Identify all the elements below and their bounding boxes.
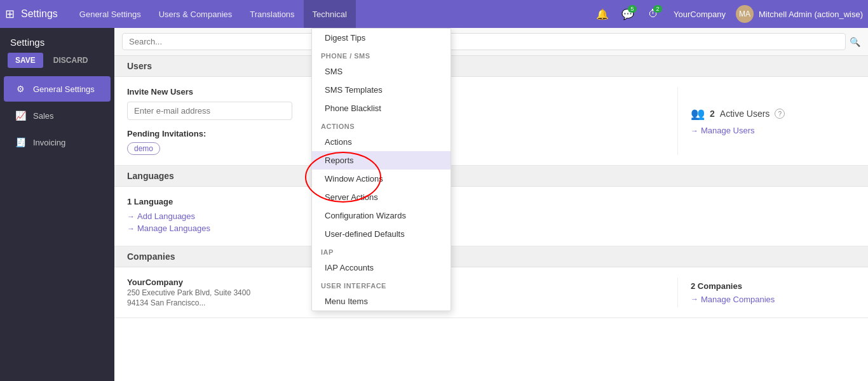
users-icon: 👥 [691,107,705,121]
dropdown-item-phone-blacklist[interactable]: Phone Blacklist [312,99,451,117]
manage-companies-label: Manage Companies [701,295,775,304]
arrow-icon: → [127,212,135,221]
languages-section-content: 1 Language → Add Languages → Manage Lang… [114,187,868,246]
content-body: Users Invite New Users Pending Invitatio… [114,56,868,318]
sidebar-item-label: Sales [33,111,54,121]
sidebar: Settings SAVE DISCARD ⚙ General Settings… [0,28,114,381]
languages-section-left: 1 Language → Add Languages → Manage Lang… [127,197,855,236]
arrow-icon: → [127,224,135,233]
users-section: Users Invite New Users Pending Invitatio… [114,56,868,166]
nav-item-technical[interactable]: Technical [304,0,356,28]
lang-count: 1 Language [127,197,855,206]
chat-icon[interactable]: 💬 5 [618,4,638,24]
avatar[interactable]: MA [736,5,754,23]
dropdown-menu: Digest Tips Phone / SMS SMS SMS Template… [311,28,451,311]
dropdown-item-user-defined-defaults[interactable]: User-defined Defaults [312,225,451,243]
dropdown-item-window-actions[interactable]: Window Actions [312,170,451,188]
dropdown-section-user-interface: User Interface [312,277,451,292]
manage-users-link[interactable]: → Manage Users [691,126,855,135]
sidebar-actions: SAVE DISCARD [0,53,114,76]
sidebar-item-label: Invoicing [33,138,65,147]
manage-languages-link[interactable]: → Manage Languages [127,224,855,233]
main-content: 🔍 Users Invite New Users Pending Invitat… [114,28,868,381]
search-input[interactable] [122,33,846,50]
clock-badge: 2 [653,5,662,13]
dropdown-item-reports[interactable]: Reports [312,151,451,170]
manage-languages-label: Manage Languages [137,224,210,233]
companies-section-content: YourCompany 250 Executive Park Blvd, Sui… [114,267,868,318]
search-bar: 🔍 [114,28,868,56]
dropdown-item-server-actions[interactable]: Server Actions [312,188,451,206]
sidebar-item-invoicing[interactable]: 🧾 Invoicing [4,130,111,155]
sidebar-item-general-settings[interactable]: ⚙ General Settings [4,76,111,102]
invoice-icon: 🧾 [14,136,27,149]
apps-icon[interactable]: ⊞ [5,7,15,21]
nav-item-users-companies[interactable]: Users & Companies [150,0,241,28]
dropdown-item-iap-accounts[interactable]: IAP Accounts [312,258,451,277]
users-section-content: Invite New Users Pending Invitations: de… [114,77,868,165]
username[interactable]: Mitchell Admin (action_wise) [759,10,863,19]
dropdown-item-menu-items[interactable]: Menu Items [312,292,451,311]
languages-section: Languages 1 Language → Add Languages → M… [114,166,868,246]
topbar-nav: General Settings Users & Companies Trans… [71,0,592,28]
sidebar-title: Settings [0,28,114,53]
topbar-brand: Settings [21,8,58,20]
dropdown-item-sms-templates[interactable]: SMS Templates [312,81,451,99]
topbar: ⊞ Settings General Settings Users & Comp… [0,0,868,28]
invite-email-input[interactable] [127,102,292,120]
discard-button[interactable]: DISCARD [48,53,93,68]
users-section-header: Users [114,56,868,77]
companies-count: 2 Companies [691,281,855,291]
sidebar-item-label: General Settings [33,84,95,94]
dropdown-section-actions: Actions [312,117,451,133]
company-name[interactable]: YourCompany [674,10,726,19]
save-button[interactable]: SAVE [8,53,43,68]
companies-section: Companies YourCompany 250 Executive Park… [114,246,868,318]
dropdown-item-sms[interactable]: SMS [312,62,451,81]
add-languages-label: Add Languages [137,211,195,221]
chart-icon: 📈 [14,109,27,122]
active-users-row: 👥 2 Active Users ? [691,107,855,121]
arrow-icon: → [691,295,698,304]
gear-icon: ⚙ [14,83,27,95]
dropdown-item-actions[interactable]: Actions [312,133,451,151]
manage-users-label: Manage Users [701,126,755,135]
clock-icon[interactable]: ⏱ 2 [643,4,663,24]
chat-badge: 5 [628,5,637,13]
companies-section-right: 2 Companies → Manage Companies [677,277,855,307]
search-icon: 🔍 [850,37,860,47]
nav-item-translations[interactable]: Translations [241,0,303,28]
users-section-right: 👥 2 Active Users ? → Manage Users [677,87,855,155]
arrow-icon: → [691,126,698,135]
dropdown-item-config-wizards[interactable]: Configuration Wizards [312,206,451,225]
add-languages-link[interactable]: → Add Languages [127,211,855,221]
active-users-label: Active Users [720,109,770,119]
active-users-count: 2 [710,109,715,119]
notification-icon[interactable]: 🔔 [592,4,613,24]
sidebar-item-sales[interactable]: 📈 Sales [4,103,111,128]
pending-tag[interactable]: demo [127,142,160,155]
dropdown-section-iap: IAP [312,243,451,258]
nav-item-general-settings[interactable]: General Settings [71,0,150,28]
companies-section-header: Companies [114,246,868,267]
topbar-right: 🔔 💬 5 ⏱ 2 YourCompany MA Mitchell Admin … [592,4,863,24]
manage-companies-link[interactable]: → Manage Companies [691,295,855,304]
languages-section-header: Languages [114,166,868,187]
dropdown-item-digest-tips[interactable]: Digest Tips [312,29,451,47]
app-container: Settings SAVE DISCARD ⚙ General Settings… [0,28,868,381]
dropdown-section-phone-sms: Phone / SMS [312,47,451,62]
help-icon[interactable]: ? [775,109,785,119]
